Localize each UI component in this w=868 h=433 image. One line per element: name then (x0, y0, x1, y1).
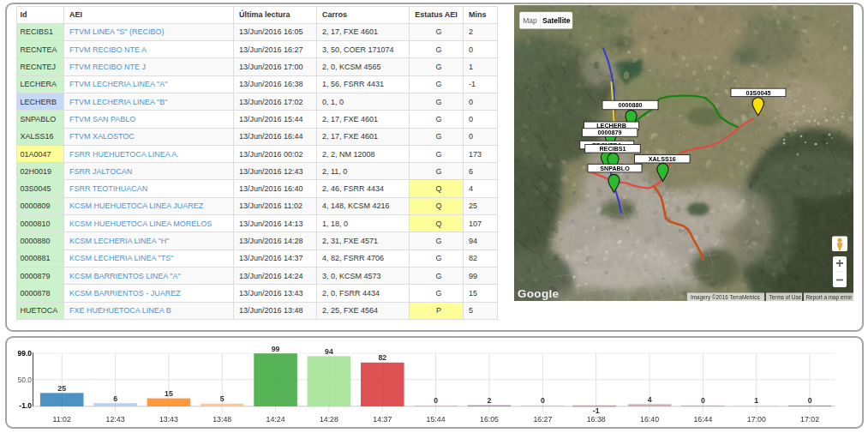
svg-text:Google: Google (518, 287, 559, 300)
svg-text:Map: Map (523, 16, 537, 25)
svg-text:0000879: 0000879 (598, 129, 622, 136)
svg-text:Satellite: Satellite (542, 16, 571, 25)
svg-text:RECIBS1: RECIBS1 (599, 145, 626, 153)
svg-text:0000880: 0000880 (619, 101, 643, 109)
svg-text:SNPABLO: SNPABLO (600, 165, 630, 172)
svg-text:Imagery ©2016 TerraMetrics: Imagery ©2016 TerraMetrics (691, 294, 760, 301)
svg-text:XALSS16: XALSS16 (649, 155, 676, 163)
svg-text:Terms of Use: Terms of Use (769, 294, 802, 300)
svg-text:Report a map error: Report a map error (806, 294, 853, 301)
svg-text:03S0045: 03S0045 (746, 89, 771, 97)
